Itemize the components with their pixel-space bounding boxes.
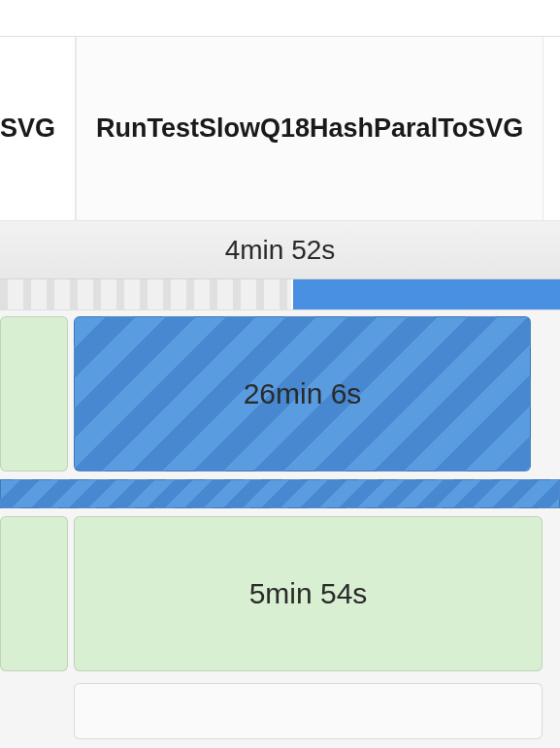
- row-spacer: [0, 683, 68, 739]
- timeline-row: 5min 54s: [0, 510, 560, 677]
- timeline-block-partial[interactable]: [0, 516, 68, 671]
- timeline-block-success[interactable]: 5min 54s: [74, 516, 543, 671]
- duration-header-label: 4min 52s: [225, 235, 336, 266]
- timeline-block-empty[interactable]: [74, 683, 543, 739]
- timeline-row: 26min 6s: [0, 310, 560, 477]
- tab-next-partial[interactable]: [544, 37, 560, 220]
- tab-label: RunTestSlowQ18HashParalToSVG: [96, 114, 523, 144]
- timeline-row: [0, 677, 560, 745]
- mini-timeline: [0, 279, 560, 310]
- block-duration: 5min 54s: [249, 577, 368, 610]
- thin-timeline-row: [0, 479, 560, 508]
- tab-active[interactable]: RunTestSlowQ18HashParalToSVG: [76, 37, 544, 220]
- timeline-block-running[interactable]: 26min 6s: [74, 316, 531, 472]
- tab-label: SVG: [0, 114, 55, 144]
- tab-previous-partial[interactable]: SVG: [0, 37, 76, 220]
- header-spacer: [0, 0, 560, 37]
- mini-seg-blue: [293, 279, 560, 309]
- block-duration: 26min 6s: [244, 377, 362, 410]
- thin-timeline-block[interactable]: [0, 479, 560, 508]
- tabs-row: SVG RunTestSlowQ18HashParalToSVG: [0, 37, 560, 221]
- timeline-block-partial[interactable]: [0, 316, 68, 472]
- mini-seg-gray: [0, 279, 291, 309]
- timeline-rows: 26min 6s 5min 54s: [0, 310, 560, 745]
- duration-header: 4min 52s: [0, 221, 560, 279]
